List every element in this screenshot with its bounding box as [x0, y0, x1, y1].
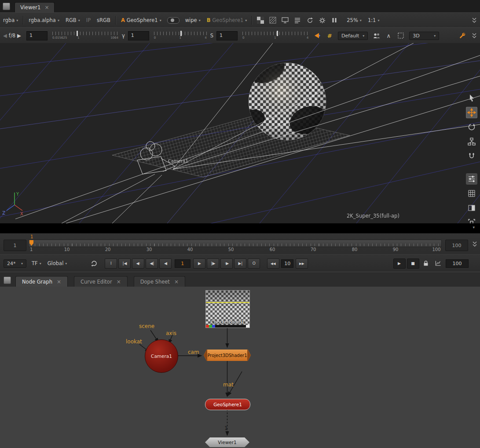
selection-box-icon[interactable] — [396, 31, 406, 40]
input-process-toggle[interactable]: IP — [86, 17, 91, 23]
collapse-toolbar-icon[interactable] — [469, 31, 479, 40]
stereo-icon[interactable] — [312, 31, 322, 40]
collapse-toolbar-icon[interactable] — [469, 15, 479, 25]
saturation-slider[interactable]: 0 1 4 — [242, 30, 308, 41]
gain-slider-thumb[interactable] — [77, 31, 78, 36]
select-tool-icon[interactable] — [466, 92, 477, 104]
viewport-canvas[interactable]: Camera1 Y Z X 2K_Super_35(full-ap) — [0, 43, 480, 223]
goto-start-button[interactable]: |◀ — [118, 259, 131, 269]
current-frame-field[interactable]: 1 — [175, 259, 191, 268]
saturation-slider-thumb[interactable] — [277, 31, 278, 36]
curve-editor-tab-label: Curve Editor — [81, 279, 112, 285]
monitor-output-icon[interactable] — [280, 15, 290, 25]
zoom-dropdown[interactable]: 25% ▾ — [347, 17, 362, 23]
chevron-down-icon[interactable]: ▾ — [473, 225, 475, 229]
step-back-button[interactable]: ◀| — [146, 259, 158, 269]
playback-end-field[interactable]: 100 — [446, 259, 469, 268]
fstop-label[interactable]: f/8 — [9, 33, 15, 39]
collapse-timeline-icon[interactable] — [472, 240, 478, 249]
gear-icon[interactable] — [317, 15, 327, 25]
alpha-channel-dropdown[interactable]: rgba.alpha ▾ — [29, 17, 59, 23]
timeline-track[interactable]: 1 — [28, 240, 442, 247]
next-keyframe-button[interactable]: ·▶ — [220, 259, 233, 269]
capture-button[interactable]: ■ — [407, 259, 419, 269]
tf-dropdown[interactable]: TF ▾ — [32, 260, 41, 266]
fstop-next-icon[interactable]: ▶ — [17, 33, 21, 39]
range-mode-label: Global — [48, 260, 64, 266]
tab-curve-editor[interactable]: Curve Editor × — [74, 276, 128, 287]
gamma-input[interactable]: 1 — [128, 31, 149, 40]
loop-mode-icon[interactable] — [89, 259, 99, 268]
set-in-button[interactable]: I — [105, 259, 117, 269]
colorspace-button[interactable]: sRGB — [97, 17, 110, 23]
tick-label: 40 — [187, 247, 193, 252]
viewer-tab[interactable]: Viewer1 × — [15, 2, 55, 12]
decrement-button[interactable]: ◀◀ — [267, 259, 279, 269]
proxy-dropdown[interactable]: 1:1 ▾ — [368, 17, 380, 23]
pane-menu-icon[interactable] — [4, 277, 11, 284]
wipe-mode-dropdown[interactable]: wipe ▾ — [185, 17, 201, 23]
gain-input[interactable]: 1 — [26, 31, 48, 40]
lock-icon[interactable] — [421, 259, 431, 268]
translate-tool-icon[interactable] — [466, 107, 477, 118]
channel-sliders-icon[interactable] — [466, 173, 477, 185]
lut-dropdown[interactable]: Default ▾ — [338, 32, 368, 40]
split-view-icon[interactable] — [466, 202, 477, 214]
gamma-slider[interactable]: 0 1 4 — [154, 30, 207, 41]
refresh-icon[interactable] — [305, 15, 315, 25]
play-backward-button[interactable]: ◀ — [159, 259, 172, 269]
increment-button[interactable]: ▶▶ — [296, 259, 308, 269]
flipbook-button[interactable]: ▶ — [393, 259, 406, 269]
close-icon[interactable]: × — [117, 280, 121, 284]
stripes-overlay-icon[interactable] — [268, 15, 278, 25]
curves-graph-icon[interactable] — [433, 259, 443, 268]
pause-icon[interactable] — [330, 15, 339, 25]
node-camera1[interactable]: Camera1 — [145, 339, 178, 373]
rotate-tool-icon[interactable] — [466, 121, 477, 133]
range-end-box[interactable]: 100 — [445, 240, 468, 251]
tab-dope-sheet[interactable]: Dope Sheet × — [134, 276, 185, 287]
saturation-input[interactable]: 1 — [216, 31, 238, 40]
guides-icon[interactable] — [293, 15, 302, 25]
goto-end-button[interactable]: ▶| — [234, 259, 246, 269]
node-geosphere1[interactable]: GeoSphere1 — [205, 399, 250, 410]
fps-dropdown[interactable]: 24* ▾ — [4, 259, 26, 268]
frame-range-mode-dropdown[interactable]: Global ▾ — [48, 260, 67, 266]
prev-keyframe-icon: ◀· — [136, 261, 140, 266]
gamma-slider-thumb[interactable] — [180, 31, 182, 36]
close-icon[interactable]: × — [44, 5, 49, 10]
input-process-icon[interactable] — [371, 31, 381, 40]
roi-icon[interactable]: # — [325, 31, 334, 40]
gamma-wave-icon[interactable]: ∧ — [384, 31, 393, 40]
gain-slider[interactable]: 0.015625 1 1064 — [52, 30, 118, 41]
step-back-icon: ◀| — [150, 261, 154, 266]
viewer-3d-viewport[interactable]: Camera1 Y Z X 2K_Super_35(full-ap) — [0, 43, 480, 223]
contact-sheet-icon[interactable] — [466, 188, 477, 199]
pane-menu-icon[interactable] — [3, 3, 10, 10]
input-b-dropdown[interactable]: B GeoSphere1 ▾ — [207, 17, 247, 23]
frame-increment-field[interactable]: 10 — [281, 259, 293, 268]
tab-node-graph[interactable]: Node Graph × — [15, 276, 68, 287]
snap-tool-icon[interactable] — [466, 150, 477, 162]
scene-hierarchy-icon[interactable] — [466, 136, 477, 147]
play-button[interactable]: ▶ — [193, 259, 205, 269]
display-mode-dropdown[interactable]: RGB ▾ — [66, 17, 80, 23]
range-start-box[interactable]: 1 — [4, 240, 26, 251]
prev-keyframe-button[interactable]: ◀· — [132, 259, 144, 269]
close-icon[interactable]: × — [57, 280, 61, 284]
node-project3dshader1[interactable]: Project3DShader1 — [204, 350, 251, 361]
view-mode-dropdown[interactable]: 3D ▾ — [409, 32, 439, 40]
set-out-button[interactable]: O — [248, 259, 260, 269]
step-forward-button[interactable]: |▶ — [207, 259, 219, 269]
close-icon[interactable]: × — [174, 280, 179, 284]
settings-wrench-icon[interactable] — [457, 31, 467, 40]
input-a-dropdown[interactable]: A GeoSphere1 ▾ — [121, 17, 161, 23]
checkerboard-bg-icon[interactable] — [256, 15, 265, 25]
channels-dropdown[interactable]: rgba ▾ — [3, 17, 18, 23]
fstop-prev-icon[interactable]: ◀ — [3, 33, 7, 39]
wipe-toggle[interactable] — [167, 17, 180, 24]
node-viewer1[interactable]: Viewer1 — [205, 437, 249, 447]
channel-chips — [206, 325, 249, 328]
node-checkerboard1[interactable]: CheckerBoard1 — [205, 290, 250, 328]
node-graph-canvas[interactable]: scene axis lookat cam mat 1 CheckerBoard… — [0, 287, 480, 448]
